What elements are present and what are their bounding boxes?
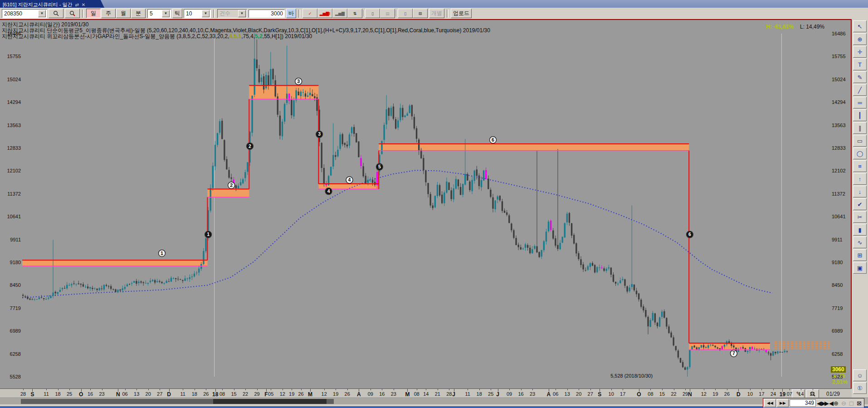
bar-count-input[interactable] xyxy=(249,10,285,18)
trend-check-icon: ✓ xyxy=(308,11,312,16)
arrow-down-button[interactable]: ↓ xyxy=(853,186,867,197)
goto-latest-icon[interactable]: ▶◀ xyxy=(824,400,832,407)
hline-button[interactable]: ═ xyxy=(853,97,867,108)
volume-alert-button[interactable]: ▂▅▇! xyxy=(317,9,332,18)
period-button-일[interactable]: 일 xyxy=(86,9,101,18)
minute-combo[interactable]: 5 ▼ xyxy=(147,9,171,18)
check-tool-button[interactable]: ✔ xyxy=(853,198,867,210)
x-axis-label: 11 xyxy=(180,391,185,397)
chevron-down-icon[interactable]: ▼ xyxy=(38,10,46,17)
vline-button[interactable]: ┃ xyxy=(853,109,867,121)
minute-value: 5 xyxy=(150,10,153,17)
stock-lookup-button[interactable] xyxy=(65,9,80,18)
tick-button[interactable]: 틱 xyxy=(172,9,182,18)
close-icon[interactable]: ✕ xyxy=(82,2,85,7)
crosshair-button[interactable]: ✛ xyxy=(853,46,867,58)
stock-search-button[interactable] xyxy=(49,9,63,18)
select-tool-button[interactable]: ↖ xyxy=(853,20,867,32)
scrollbar-strip xyxy=(0,398,868,405)
x-axis-tick xyxy=(782,389,783,392)
grid-toggle-button[interactable]: ⊞ xyxy=(853,249,867,261)
new-document-button[interactable]: ▯ xyxy=(365,9,380,18)
candle-style-button[interactable]: ▮ xyxy=(853,224,867,236)
reset-zoom-icon[interactable]: ⊠ xyxy=(855,400,863,407)
x-axis-label: 11 xyxy=(44,391,49,397)
period-button-주[interactable]: 주 xyxy=(101,9,116,18)
chart-scrollbar-track[interactable] xyxy=(0,398,762,404)
visible-bars-input[interactable] xyxy=(790,399,816,407)
x-axis-label: 22 xyxy=(243,391,248,397)
text-tool-button[interactable]: T xyxy=(853,59,867,70)
period-button-월[interactable]: 월 xyxy=(116,9,131,18)
arrow-up-button[interactable]: ↑ xyxy=(853,173,867,185)
upload-button[interactable]: 업로드 xyxy=(451,9,472,18)
chevron-down-icon[interactable]: ▼ xyxy=(202,10,210,17)
grid-toggle-icon: ⊞ xyxy=(858,252,863,259)
select-tool-icon: ↖ xyxy=(858,23,863,30)
pencil-tool-button[interactable]: ✎ xyxy=(853,71,867,83)
erase-tool-button[interactable]: ✂ xyxy=(853,211,867,223)
ellipse-tool-icon: ◯ xyxy=(857,150,863,157)
y-axis-label-left: 5528 xyxy=(1,374,21,379)
x-axis-tick xyxy=(283,389,283,390)
report-button[interactable]: ▯ xyxy=(398,9,413,18)
x-axis-tick xyxy=(532,389,533,390)
x-axis-tick xyxy=(125,389,126,390)
sort-updown-button[interactable]: ⇅ xyxy=(347,9,362,18)
x-axis-label: 25 xyxy=(488,391,493,397)
x-axis-label: 19 xyxy=(780,391,785,398)
zoom-tool-button[interactable]: ⊕ xyxy=(853,33,867,45)
zoom-in-icon[interactable]: ⊕ xyxy=(832,400,840,407)
grid-button[interactable]: ⊞ xyxy=(413,9,428,18)
x-axis-label: S xyxy=(30,391,34,398)
symbol-combo[interactable]: 208350 ▼ xyxy=(2,9,47,18)
x-axis-tick xyxy=(704,389,704,390)
x-axis-tick xyxy=(148,389,149,390)
svg-text:2: 2 xyxy=(230,182,233,188)
circle-one-button[interactable]: ① xyxy=(853,382,867,394)
link-icon[interactable]: ⇄ xyxy=(75,2,78,7)
snapshot-icon: ▣ xyxy=(857,265,863,271)
scroll-left-button[interactable]: ◀◀ xyxy=(764,399,776,407)
x-axis-tick xyxy=(324,389,325,390)
print-icon: ▤ xyxy=(385,11,390,16)
channel-button[interactable]: ∥ xyxy=(853,122,867,134)
x-axis-label: 15 xyxy=(659,391,665,397)
chevron-down-icon[interactable]: ▼ xyxy=(162,10,170,17)
trend-check-button[interactable]: ✓ xyxy=(302,9,317,18)
rect-tool-button[interactable]: ▭ xyxy=(853,135,867,147)
area-zoom-icon: ◻ xyxy=(848,400,855,407)
tick-combo[interactable]: 10 ▼ xyxy=(184,9,211,18)
scroll-right-button[interactable]: ▶▶ xyxy=(777,399,789,407)
fibonacci-button[interactable]: ≡ xyxy=(853,160,867,172)
price-chart[interactable]: 123467123456 xyxy=(0,20,851,389)
ellipse-tool-button[interactable]: ◯ xyxy=(853,147,867,159)
pencil-tool-icon: ✎ xyxy=(858,74,863,81)
bar-unit-button[interactable]: 바 xyxy=(286,9,296,18)
expand-bars-icon[interactable]: ◀▶ xyxy=(817,400,824,407)
crosshair-icon: ✛ xyxy=(858,49,863,55)
x-axis-tick xyxy=(336,389,336,390)
price-change: ▲ 75 xyxy=(831,373,848,379)
print-button[interactable]: ▤ xyxy=(380,9,395,18)
x-axis-label: 13 xyxy=(565,391,570,397)
x-axis-label: 14 xyxy=(423,391,429,397)
x-axis-label: 08 xyxy=(219,391,225,397)
last-date-label: 01/29 xyxy=(826,391,840,397)
line-style-button[interactable]: ∿ xyxy=(853,236,867,248)
x-axis-label: 20 xyxy=(576,391,581,397)
y-axis-label-right: 11372 xyxy=(832,191,852,197)
x-axis-tick xyxy=(715,389,716,390)
x-axis-label: 06 xyxy=(122,391,127,397)
period-button-분[interactable]: 분 xyxy=(131,9,146,18)
x-axis-label: 18 xyxy=(212,391,218,398)
x-axis-label: 25 xyxy=(67,391,72,397)
x-axis-tick xyxy=(761,389,762,390)
emoticon-marker-button[interactable]: ☺ xyxy=(853,369,867,381)
chart-toolbar: 208350 ▼ 일주월분 5 ▼ 틱 10 ▼ 건수 ▼ 바 ✓▂▅▇!▂▅▇… xyxy=(0,8,868,20)
trendline-button[interactable]: ╱ xyxy=(853,84,867,96)
snapshot-button[interactable]: ▣ xyxy=(853,262,867,274)
x-axis-label: 23 xyxy=(530,391,535,397)
volume-bars-button[interactable]: ▂▅▇ xyxy=(332,9,347,18)
svg-text:3: 3 xyxy=(297,79,300,84)
